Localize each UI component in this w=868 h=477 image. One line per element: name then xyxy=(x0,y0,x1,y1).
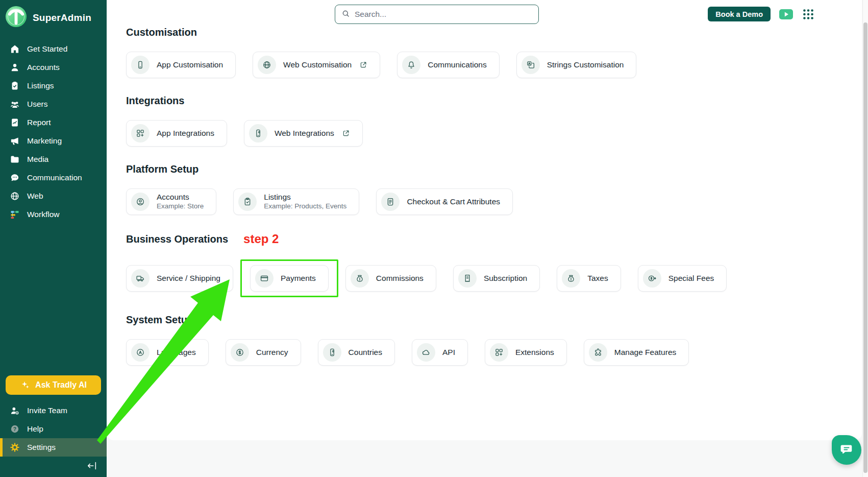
card-app-customisation[interactable]: App Customisation xyxy=(126,52,236,78)
card-text: Special Fees xyxy=(668,274,714,283)
card-text: Manage Features xyxy=(614,348,677,357)
card-subscription[interactable]: Subscription xyxy=(453,265,540,292)
sidebar-item-web[interactable]: Web xyxy=(0,187,107,205)
apps-grid-icon[interactable] xyxy=(802,8,815,21)
chat-widget-button[interactable] xyxy=(832,435,861,465)
card-checkout-cart-attributes[interactable]: Checkout & Cart Attributes xyxy=(376,188,513,215)
search-box[interactable] xyxy=(335,5,539,24)
sidebar-nav: Get Started Accounts Listings Users Repo… xyxy=(0,40,107,224)
collapse-sidebar-icon[interactable] xyxy=(86,460,97,471)
sidebar-item-accounts[interactable]: Accounts xyxy=(0,58,107,77)
card-text: Web Integrations xyxy=(275,129,334,138)
card-listings[interactable]: Listings Example: Products, Events xyxy=(233,188,359,215)
sidebar-item-users[interactable]: Users xyxy=(0,95,107,113)
section-integrations: Integrations App Integrations Web Integr… xyxy=(126,95,862,147)
card-row: Accounts Example: Store Listings Example… xyxy=(126,188,862,215)
card-label: App Customisation xyxy=(157,60,223,70)
users-icon xyxy=(10,99,20,109)
doc-icon xyxy=(381,193,400,211)
section-head: System Setup xyxy=(126,314,862,326)
sidebar-footer: Ask Tradly AI Invite Team ? Help Setting… xyxy=(0,375,107,477)
card-text: Communications xyxy=(428,60,486,70)
sidebar-item-marketing[interactable]: Marketing xyxy=(0,132,107,150)
card-sublabel: Example: Store xyxy=(157,202,204,210)
card-label: Accounts xyxy=(157,193,204,202)
card-taxes[interactable]: Taxes xyxy=(557,265,621,292)
sidebar-item-communication[interactable]: Communication xyxy=(0,169,107,187)
sidebar-item-workflow[interactable]: Workflow xyxy=(0,205,107,224)
section-customisation: Customisation App Customisation Web Cust… xyxy=(126,27,862,78)
card-web-customisation[interactable]: Web Customisation xyxy=(253,52,380,78)
card-manage-features[interactable]: Manage Features xyxy=(584,339,689,366)
card-text: Languages xyxy=(157,348,196,357)
sidebar-item-settings[interactable]: Settings xyxy=(0,438,107,457)
card-text: Commissions xyxy=(376,274,424,283)
card-label: Communications xyxy=(428,60,486,70)
globe-teal-icon xyxy=(258,56,276,74)
sidebar-item-report[interactable]: Report xyxy=(0,113,107,132)
ask-tradly-ai-button[interactable]: Ask Tradly AI xyxy=(6,375,101,395)
phone-badge-icon xyxy=(249,124,267,142)
card-text: Web Customisation xyxy=(283,60,352,70)
card-text: Taxes xyxy=(587,274,608,283)
card-label: Extensions xyxy=(515,348,554,357)
globe-icon xyxy=(10,191,20,201)
section-system-setup: System Setup Languages Currency Countrie… xyxy=(126,314,862,366)
card-strings-customisation[interactable]: Strings Customisation xyxy=(516,52,637,78)
card-label: Web Integrations xyxy=(275,129,334,138)
chat-icon xyxy=(10,173,20,183)
card-text: Subscription xyxy=(484,274,527,283)
card-row: Service / Shipping Payments Commissions … xyxy=(126,259,862,297)
sidebar-item-label: Listings xyxy=(27,81,54,90)
person-icon xyxy=(10,62,20,73)
card-text: Service / Shipping xyxy=(157,274,220,283)
card-special-fees[interactable]: Special Fees xyxy=(638,265,727,292)
receipt-icon xyxy=(458,269,477,288)
card-communications[interactable]: Communications xyxy=(397,52,499,78)
card-label: Strings Customisation xyxy=(547,60,624,70)
sidebar-item-label: Web xyxy=(27,192,43,201)
card-payments[interactable]: Payments xyxy=(250,265,329,292)
card-service-shipping[interactable]: Service / Shipping xyxy=(126,265,233,292)
question-icon: ? xyxy=(10,424,20,434)
scrollbar-thumb[interactable] xyxy=(863,22,867,473)
sidebar-item-label: Help xyxy=(27,424,43,434)
card-extensions[interactable]: Extensions xyxy=(485,339,567,366)
sidebar-item-get-started[interactable]: Get Started xyxy=(0,40,107,58)
external-link-icon xyxy=(342,129,350,137)
sidebar-item-invite-team[interactable]: Invite Team xyxy=(0,401,107,420)
brand[interactable]: SuperAdmin xyxy=(0,0,107,35)
sidebar-item-label: Marketing xyxy=(27,136,62,146)
bag-icon xyxy=(562,269,580,288)
section-title: Platform Setup xyxy=(126,163,199,175)
home-icon xyxy=(10,44,20,54)
card-api[interactable]: API xyxy=(412,339,468,366)
translate-circle-icon xyxy=(131,343,150,362)
sidebar-item-listings[interactable]: Listings xyxy=(0,77,107,95)
coin-out-icon xyxy=(643,269,661,288)
video-play-icon[interactable] xyxy=(779,9,793,19)
phone-pin-icon xyxy=(323,343,341,362)
report-icon xyxy=(10,117,20,128)
card-commissions[interactable]: Commissions xyxy=(345,265,436,292)
sparkles-icon xyxy=(20,380,30,390)
card-countries[interactable]: Countries xyxy=(318,339,395,366)
annotation-highlight-box: Payments xyxy=(240,259,338,297)
settings-content: Customisation App Customisation Web Cust… xyxy=(107,26,862,366)
sidebar-item-media[interactable]: Media xyxy=(0,150,107,169)
topbar-actions: Book a Demo xyxy=(708,7,815,21)
sidebar-item-label: Report xyxy=(27,118,51,127)
card-web-integrations[interactable]: Web Integrations xyxy=(244,120,363,147)
book-a-demo-button[interactable]: Book a Demo xyxy=(708,7,771,21)
search-input[interactable] xyxy=(355,10,532,19)
card-languages[interactable]: Languages xyxy=(126,339,209,366)
sidebar-item-help[interactable]: ? Help xyxy=(0,420,107,438)
sidebar-item-label: Get Started xyxy=(27,44,67,54)
card-app-integrations[interactable]: App Integrations xyxy=(126,120,227,147)
folder-icon xyxy=(10,154,20,164)
scrollbar[interactable] xyxy=(862,0,868,477)
translate-icon xyxy=(522,56,540,74)
card-accounts[interactable]: Accounts Example: Store xyxy=(126,188,216,215)
section-head: Integrations xyxy=(126,95,862,107)
card-currency[interactable]: Currency xyxy=(226,339,301,366)
